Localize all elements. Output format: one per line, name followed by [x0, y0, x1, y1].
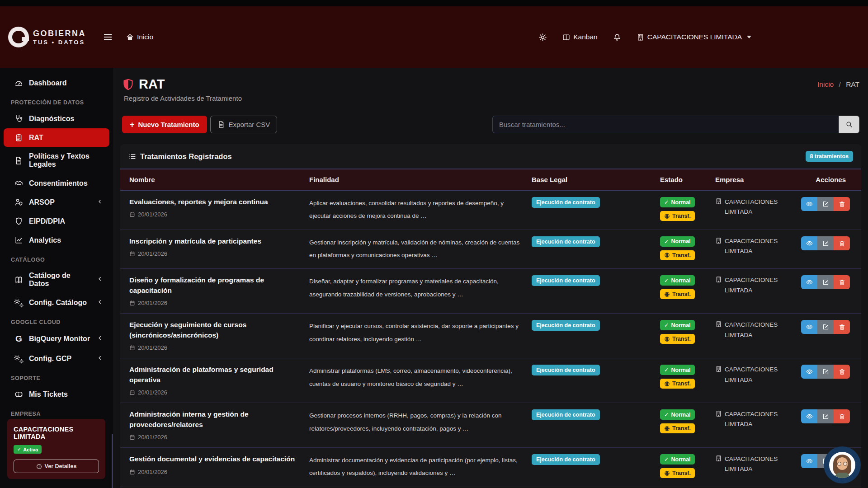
eye-icon: [806, 458, 813, 465]
view-button[interactable]: [801, 454, 817, 468]
settings-button[interactable]: [538, 33, 547, 42]
globe-icon: [664, 426, 670, 432]
calendar-icon: [129, 389, 135, 395]
top-strip: [0, 0, 868, 6]
navbar: GOBIERNA TUS • DATOS Inicio Kanban CAPAC…: [0, 6, 868, 68]
gear-icon: [538, 33, 547, 42]
view-button[interactable]: [801, 320, 817, 334]
sidebar-scrollbar-thumb[interactable]: [112, 434, 113, 488]
building-icon: [637, 33, 644, 41]
sidebar: Dashboard PROTECCIÓN DE DATOS Diagnóstic…: [0, 68, 113, 488]
breadcrumb-home-link[interactable]: Inicio: [817, 80, 834, 88]
trash-icon: [839, 279, 845, 286]
view-button[interactable]: [801, 236, 817, 250]
sidebar-item-catalogo-datos[interactable]: Catálogo de Datos: [4, 267, 109, 293]
edit-button[interactable]: [817, 409, 834, 423]
sidebar-section-proteccion: PROTECCIÓN DE DATOS: [0, 93, 113, 109]
actions-cell: [801, 409, 856, 423]
company-details-button[interactable]: Ver Detalles: [14, 460, 99, 473]
sidebar-item-mis-tickets[interactable]: Mis Tickets: [4, 385, 109, 404]
delete-button[interactable]: [834, 365, 850, 379]
notifications-button[interactable]: [613, 33, 621, 41]
actions-cell: [801, 320, 856, 334]
search-icon: [845, 121, 853, 128]
actions-cell: [801, 365, 856, 379]
main-content: RAT Registro de Actividades de Tratamien…: [113, 68, 868, 488]
calendar-icon: [129, 300, 135, 306]
status-badges: ✓Normal Transf.: [660, 365, 715, 389]
sidebar-item-arsop[interactable]: ARSOP: [4, 193, 109, 211]
kanban-icon: [562, 33, 570, 41]
treatment-purpose: Gestionar inscripción y matrícula, valid…: [309, 236, 532, 262]
edit-button[interactable]: [817, 236, 834, 250]
check-icon: ✓: [17, 446, 21, 452]
sidebar-item-config-catalogo[interactable]: Config. Catálogo: [4, 293, 109, 312]
ticket-icon: [14, 390, 23, 399]
nav-home-label: Inicio: [137, 33, 153, 41]
brand-logo[interactable]: GOBIERNA TUS • DATOS: [0, 27, 94, 47]
edit-button[interactable]: [817, 197, 834, 211]
nav-home-link[interactable]: Inicio: [126, 33, 153, 41]
eye-icon: [806, 324, 813, 330]
status-transfer-badge: Transf.: [660, 250, 695, 260]
company-cell: CAPACITACIONES LIMITADA: [715, 365, 801, 385]
treatment-date: 20/01/2026: [129, 389, 309, 396]
treatment-purpose: Planificar y ejecutar cursos, controlar …: [309, 320, 532, 346]
actions-cell: [801, 275, 856, 289]
globe-icon: [664, 336, 670, 342]
export-csv-button[interactable]: Exportar CSV: [210, 116, 278, 133]
delete-button[interactable]: [834, 197, 850, 211]
search-group: [492, 116, 859, 133]
gauge-icon: [14, 79, 23, 87]
sidebar-item-dashboard[interactable]: Dashboard: [4, 74, 109, 92]
table-header: Nombre Finalidad Base Legal Estado Empre…: [120, 169, 861, 191]
sidebar-item-consentimientos[interactable]: Consentimientos: [4, 174, 109, 192]
status-badges: ✓Normal Transf.: [660, 454, 715, 478]
sidebar-item-rat[interactable]: RAT: [4, 128, 109, 147]
status-normal-badge: ✓Normal: [660, 275, 695, 286]
globe-icon: [664, 381, 670, 387]
view-button[interactable]: [801, 409, 817, 423]
calendar-icon: [129, 345, 135, 351]
delete-button[interactable]: [834, 275, 850, 289]
edit-button[interactable]: [817, 275, 834, 289]
eye-icon: [806, 413, 813, 420]
building-icon: [715, 276, 722, 283]
nav-kanban-label: Kanban: [573, 33, 597, 41]
company-status-badge: ✓Activa: [14, 445, 42, 454]
status-badges: ✓Normal Transf.: [660, 409, 715, 433]
nav-kanban-link[interactable]: Kanban: [562, 33, 597, 41]
sidebar-item-config-gcp[interactable]: Config. GCP: [4, 349, 109, 368]
assistant-avatar-button[interactable]: [824, 446, 861, 483]
sidebar-item-politicas[interactable]: Políticas y Textos Legales: [4, 147, 109, 174]
status-normal-badge: ✓Normal: [660, 454, 695, 465]
new-treatment-button[interactable]: +Nuevo Tratamiento: [122, 116, 207, 133]
view-button[interactable]: [801, 197, 817, 211]
sidebar-toggle-button[interactable]: [101, 31, 114, 42]
chevron-left-icon: [97, 355, 103, 363]
building-icon: [715, 455, 722, 462]
company-cell: CAPACITACIONES LIMITADA: [715, 275, 801, 296]
delete-button[interactable]: [834, 409, 850, 423]
brand-line2: TUS • DATOS: [33, 39, 86, 45]
sidebar-item-analytics[interactable]: Analytics: [4, 231, 109, 249]
company-cell: CAPACITACIONES LIMITADA: [715, 454, 801, 474]
pencil-icon: [822, 201, 829, 207]
chevron-left-icon: [97, 198, 103, 206]
view-button[interactable]: [801, 275, 817, 289]
status-transfer-badge: Transf.: [660, 211, 695, 221]
search-button[interactable]: [839, 116, 859, 133]
sidebar-item-eipd[interactable]: EIPD/DPIA: [4, 212, 109, 230]
delete-button[interactable]: [834, 320, 850, 334]
company-selector[interactable]: CAPACITACIONES LIMITADA: [637, 33, 751, 41]
delete-button[interactable]: [834, 236, 850, 250]
edit-button[interactable]: [817, 320, 834, 334]
search-input[interactable]: [492, 116, 839, 133]
treatment-date: 20/01/2026: [129, 300, 309, 306]
view-button[interactable]: [801, 365, 817, 379]
file-csv-icon: [217, 121, 225, 128]
edit-button[interactable]: [817, 365, 834, 379]
check-icon: ✓: [664, 277, 669, 284]
sidebar-item-diagnosticos[interactable]: Diagnósticos: [4, 109, 109, 128]
sidebar-item-bigquery[interactable]: GBigQuery Monitor: [4, 329, 109, 349]
